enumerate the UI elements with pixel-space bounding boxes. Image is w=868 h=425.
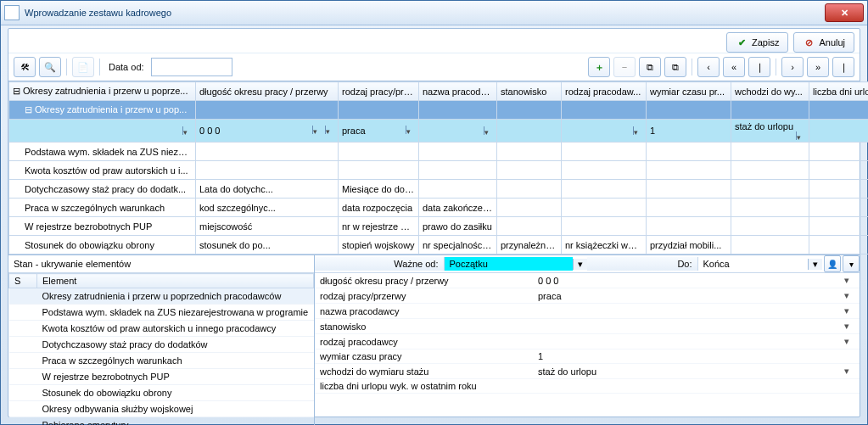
separator bbox=[692, 59, 692, 75]
detail-row[interactable]: długość okresu pracy / przerwy0 0 0▾ bbox=[315, 273, 860, 288]
date-from-input[interactable] bbox=[151, 58, 232, 76]
nav-next[interactable]: › bbox=[781, 57, 804, 77]
list-item[interactable]: Kwota kosztów od praw autorskich u inneg… bbox=[9, 321, 314, 337]
detail-row[interactable]: wchodzi do wymiaru stażustaż do urlopu▾ bbox=[315, 364, 860, 379]
grid-col[interactable]: stanowisko bbox=[497, 82, 562, 101]
col-s[interactable]: S bbox=[9, 274, 37, 288]
double-chevron-right-icon: » bbox=[815, 62, 820, 72]
grid-row[interactable]: Praca w szczególnych warunkachkod szczeg… bbox=[9, 199, 869, 217]
list-item[interactable]: Stosunek do obowiązku obrony bbox=[9, 385, 314, 401]
detail-value[interactable] bbox=[533, 319, 834, 334]
detail-value[interactable] bbox=[533, 379, 834, 394]
detail-value[interactable]: praca bbox=[533, 288, 834, 304]
grid-col[interactable]: długość okresu pracy / przerwy bbox=[196, 82, 339, 101]
grid-col[interactable]: nazwa pracoda... bbox=[419, 82, 497, 101]
grid-col[interactable]: wymiar czasu pr... bbox=[647, 82, 731, 101]
detail-row[interactable]: liczba dni urlopu wyk. w ostatnim roku bbox=[315, 379, 860, 394]
grid-col[interactable]: rodzaj pracy/prz... bbox=[339, 82, 419, 101]
grid-table[interactable]: ⊟ Okresy zatrudnienia i przerw u poprze.… bbox=[8, 81, 868, 254]
nav-end[interactable]: ❘ bbox=[832, 57, 854, 77]
list-item[interactable]: Dotychczasowy staż pracy do dodatków bbox=[9, 337, 314, 353]
detail-dropdown[interactable]: ▾ bbox=[834, 334, 860, 350]
grid-row[interactable]: Podstawa wym. składek na ZUS niezar... bbox=[9, 143, 869, 161]
dropdown-icon[interactable] bbox=[633, 126, 642, 135]
list-item[interactable]: Praca w szczególnych warunkach bbox=[9, 353, 314, 369]
save-button[interactable]: ✔ Zapisz bbox=[726, 32, 788, 53]
detail-dropdown[interactable]: ▾ bbox=[834, 304, 860, 319]
detail-dropdown[interactable]: ▾ bbox=[834, 288, 860, 304]
nav-prev[interactable]: ‹ bbox=[697, 57, 720, 77]
grid-subheader-row[interactable]: ⊟ Okresy zatrudnienia i przerw u pop... bbox=[9, 101, 869, 120]
minus-icon: − bbox=[622, 62, 627, 72]
detail-dropdown bbox=[834, 379, 860, 394]
grid-col[interactable]: rodzaj pracodaw... bbox=[562, 82, 647, 101]
grid-col[interactable]: wchodzi do wy... bbox=[731, 82, 809, 101]
grid-col[interactable]: liczba dni urlop... bbox=[809, 82, 869, 101]
cancel-button[interactable]: ⊘ Anuluj bbox=[793, 32, 854, 53]
main-grid: ⊟ Okresy zatrudnienia i przerw u poprze.… bbox=[8, 81, 860, 255]
detail-value[interactable]: 0 0 0 bbox=[533, 273, 834, 288]
detail-key: rodzaj pracodawcy bbox=[315, 334, 533, 350]
close-button[interactable]: ✕ bbox=[825, 3, 864, 22]
nav-first[interactable]: « bbox=[723, 57, 745, 77]
nav-last[interactable]: » bbox=[807, 57, 829, 77]
person-button[interactable]: 👤 bbox=[824, 255, 841, 272]
detail-key: rodzaj pracy/przerwy bbox=[315, 288, 533, 304]
expand-icon[interactable]: ⊟ bbox=[25, 104, 35, 115]
down-button[interactable]: ▾ bbox=[843, 255, 860, 272]
detail-row[interactable]: rodzaj pracy/przerwypraca▾ bbox=[315, 288, 860, 304]
grid-row[interactable]: Stosunek do obowiązku obronystosunek do … bbox=[9, 236, 869, 254]
expand-icon[interactable]: ⊟ bbox=[13, 86, 23, 96]
detail-value[interactable]: 1 bbox=[533, 350, 834, 364]
detail-row[interactable]: stanowisko▾ bbox=[315, 319, 860, 334]
detail-dropdown[interactable]: ▾ bbox=[834, 319, 860, 334]
action-buttons-row: ✔ Zapisz ⊘ Anuluj bbox=[8, 29, 860, 53]
add-button[interactable]: ＋ bbox=[588, 57, 610, 77]
cancel-icon: ⊘ bbox=[803, 36, 815, 48]
valid-to-dropdown[interactable]: ▾ bbox=[808, 259, 822, 270]
clone-button[interactable]: ⧉ bbox=[664, 57, 686, 77]
dropdown-icon[interactable] bbox=[406, 126, 415, 134]
detail-key: liczba dni urlopu wyk. w ostatnim roku bbox=[315, 379, 533, 394]
double-chevron-left-icon: « bbox=[731, 62, 736, 72]
detail-row[interactable]: wymiar czasu pracy1 bbox=[315, 350, 860, 364]
detail-dropdown[interactable]: ▾ bbox=[834, 273, 860, 288]
nav-stop[interactable]: ❘ bbox=[748, 57, 770, 77]
list-item[interactable]: Okresy zatrudnienia i przerw u poprzedni… bbox=[9, 288, 314, 305]
elements-list[interactable]: SElement Okresy zatrudnienia i przerw u … bbox=[8, 273, 314, 425]
detail-dropdown[interactable]: ▾ bbox=[834, 364, 860, 379]
valid-to-value[interactable]: Końca bbox=[698, 257, 809, 271]
grid-row[interactable]: Dotychczasowy staż pracy do dodatk...Lat… bbox=[9, 180, 869, 199]
detail-key: stanowisko bbox=[315, 319, 533, 334]
col-element[interactable]: Element bbox=[37, 274, 314, 288]
dropdown-icon[interactable] bbox=[312, 126, 322, 134]
valid-from-value[interactable]: Początku bbox=[445, 257, 574, 271]
list-item[interactable]: W rejestrze bezrobotnych PUP bbox=[9, 369, 314, 385]
detail-row[interactable]: nazwa pracodawcy▾ bbox=[315, 304, 860, 319]
content-pane: ✔ Zapisz ⊘ Anuluj 🛠 🔍 📄 Data od: ＋ − ⧉ ⧉… bbox=[8, 28, 860, 417]
list-item[interactable]: Podstawa wym. składek na ZUS niezarejest… bbox=[9, 305, 314, 321]
validity-filter: Ważne od: Początku ▾ Do: Końca ▾ 👤 ▾ bbox=[315, 255, 860, 273]
detail-value[interactable] bbox=[533, 304, 834, 319]
grid-selected-row[interactable]: 0 0 0 praca 1 staż do urlopu bbox=[9, 120, 869, 143]
grid-tree-header[interactable]: ⊟ Okresy zatrudnienia i przerw u poprze.… bbox=[9, 82, 196, 101]
grid-row[interactable]: W rejestrze bezrobotnych PUPmiejscowośćn… bbox=[9, 217, 869, 236]
detail-value[interactable]: staż do urlopu bbox=[533, 364, 834, 379]
valid-from-dropdown[interactable]: ▾ bbox=[573, 259, 587, 270]
dropdown-icon[interactable] bbox=[325, 126, 334, 134]
detail-row[interactable]: rodzaj pracodawcy▾ bbox=[315, 334, 860, 350]
dropdown-icon[interactable] bbox=[182, 126, 192, 135]
grid-row[interactable]: Kwota kosztów od praw autorskich u i... bbox=[9, 161, 869, 180]
dropdown-icon[interactable] bbox=[796, 131, 805, 140]
list-item[interactable]: Okresy odbywania służby wojskowej bbox=[9, 401, 314, 417]
detail-value[interactable] bbox=[533, 334, 834, 350]
copy-button[interactable]: ⧉ bbox=[639, 57, 661, 77]
detail-dropdown bbox=[834, 350, 860, 364]
bar-right-icon: ❘ bbox=[840, 62, 848, 73]
detail-key: wymiar czasu pracy bbox=[315, 350, 533, 364]
search-button[interactable]: 🔍 bbox=[39, 57, 61, 77]
save-label: Zapisz bbox=[752, 37, 779, 48]
dropdown-icon[interactable] bbox=[484, 126, 493, 135]
list-item[interactable]: Pobierane emerytury bbox=[9, 417, 314, 426]
tools-button[interactable]: 🛠 bbox=[14, 57, 36, 77]
